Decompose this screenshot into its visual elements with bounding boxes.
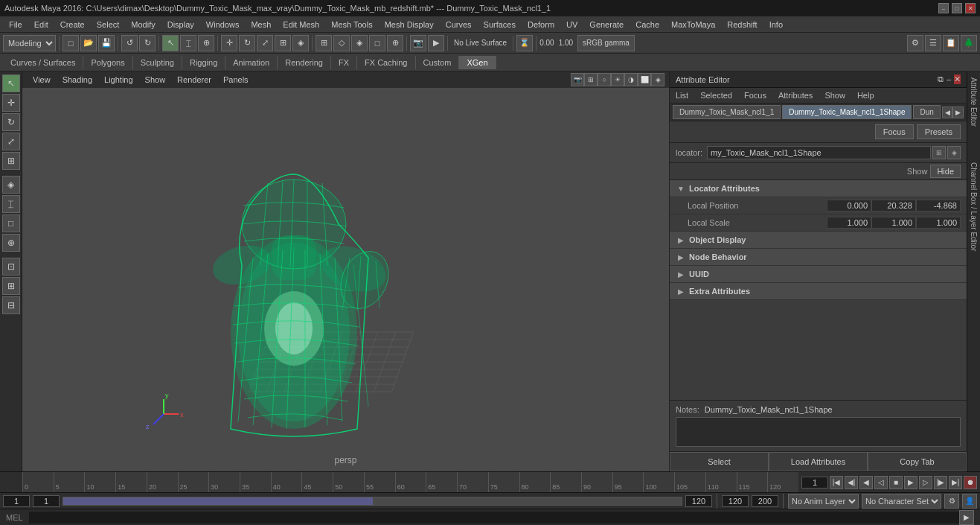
focus-button[interactable]: Focus [875,124,914,139]
attr-tab-attributes[interactable]: Attributes [775,89,816,101]
maximize-button[interactable]: □ [952,3,962,13]
paint-select-btn[interactable]: ⊕ [2,234,20,252]
local-scale-x[interactable]: 1.000 [827,217,871,229]
anim-prefs-icon[interactable]: ⚙ [944,494,959,509]
menu-edit-mesh[interactable]: Edit Mesh [277,19,325,31]
menu-cache[interactable]: Cache [630,19,665,31]
node-tab-2[interactable]: Dummy_Toxic_Mask_ncl1_1Shape [782,105,912,119]
go-start-btn[interactable]: |◀ [830,476,843,489]
auto-key-btn[interactable]: ⏺ [964,476,977,489]
menu-mesh-display[interactable]: Mesh Display [379,19,440,31]
outliner-icon[interactable]: 🌲 [961,35,977,51]
universal-tool-btn[interactable]: ⊞ [2,152,20,170]
far-right-tab-attr[interactable]: Attribute Editor [968,74,979,130]
camera-icon[interactable]: 📷 [410,35,426,51]
local-pos-z[interactable]: -4.868 [916,200,961,211]
node-tab-1[interactable]: Dummy_Toxic_Mask_ncl1_1 [673,105,781,119]
menu-create[interactable]: Create [54,19,91,31]
tab-fx-caching[interactable]: FX Caching [357,56,415,69]
vp-menu-shading[interactable]: Shading [57,74,98,86]
menu-maxmaya[interactable]: MaxToMaya [665,19,721,31]
menu-surfaces[interactable]: Surfaces [478,19,522,31]
locator-btn-2[interactable]: ◈ [947,146,961,159]
vp-expose-icon[interactable]: ◈ [651,73,664,86]
save-scene-icon[interactable]: 💾 [98,35,115,51]
local-scale-y[interactable]: 1.000 [871,217,916,229]
step-fwd-btn[interactable]: ▷ [919,476,932,489]
select-tool-icon[interactable]: ↖ [162,35,179,51]
local-pos-y[interactable]: 20.328 [871,200,916,211]
char-prefs-icon[interactable]: 👤 [962,494,977,509]
menu-mesh-tools[interactable]: Mesh Tools [325,19,378,31]
node-tab-3[interactable]: Dun [913,105,940,119]
attr-tab-show[interactable]: Show [822,89,848,101]
presets-button[interactable]: Presets [917,124,961,139]
next-key-btn[interactable]: |▶ [934,476,947,489]
load-attrs-btn[interactable]: Load Attributes [769,452,868,471]
soft-select-icon[interactable]: ◈ [292,35,309,51]
lasso-btn[interactable]: ⌶ [2,195,20,213]
construction-history-icon[interactable]: ⌛ [516,35,533,51]
node-nav-left[interactable]: ◀ [942,106,953,118]
tab-fx[interactable]: FX [331,56,357,69]
vp-texture-icon[interactable]: ⬜ [638,73,651,86]
rotate-tool-btn[interactable]: ↻ [2,113,20,131]
start-frame-input[interactable] [3,495,30,507]
vp-smooth-icon[interactable]: ○ [598,73,611,86]
copy-tab-btn[interactable]: Copy Tab [868,452,967,471]
scale-icon[interactable]: ⤢ [257,35,273,51]
isolate-btn[interactable]: ⊡ [2,258,20,276]
gamma-button[interactable]: sRGB gamma [577,35,635,51]
go-end-btn[interactable]: ▶| [949,476,962,489]
notes-content[interactable] [676,417,961,447]
attr-editor-min-btn[interactable]: – [947,74,951,84]
mel-input[interactable] [29,512,959,524]
end-time-input[interactable] [752,495,778,507]
snap-curve-icon[interactable]: ◇ [333,35,350,51]
viewport[interactable]: View Shading Lighting Show Renderer Pane… [22,71,669,471]
new-scene-icon[interactable]: □ [63,35,79,51]
snap-point-icon[interactable]: ◈ [351,35,368,51]
menu-uv[interactable]: UV [560,19,583,31]
attr-editor-close-btn[interactable]: ✕ [954,74,961,84]
vp-menu-panels[interactable]: Panels [217,74,254,86]
local-pos-x[interactable]: 0.000 [827,200,871,211]
attr-tab-focus[interactable]: Focus [741,89,769,101]
far-right-tab-channel[interactable]: Channel Box / Layer Editor [968,159,979,255]
tool-settings-icon[interactable]: ⚙ [907,35,923,51]
tab-polygons[interactable]: Polygons [83,56,132,69]
menu-select[interactable]: Select [91,19,126,31]
prev-key-btn[interactable]: ◀| [845,476,858,489]
uuid-section[interactable]: ▶ UUID [670,266,967,283]
vp-menu-renderer[interactable]: Renderer [171,74,217,86]
move-icon[interactable]: ✛ [221,35,237,51]
time-slider[interactable] [63,497,682,506]
mode-dropdown[interactable]: Modeling [3,35,56,51]
vp-light-icon[interactable]: ☀ [611,73,624,86]
lasso-icon[interactable]: ⌶ [180,35,196,51]
select-btn[interactable]: Select [670,452,769,471]
attr-tab-list[interactable]: List [673,89,691,101]
play-back-btn[interactable]: ◁ [874,476,888,489]
menu-edit[interactable]: Edit [28,19,54,31]
current-time-input[interactable] [722,495,749,507]
tab-rigging[interactable]: Rigging [182,56,225,69]
menu-curves[interactable]: Curves [440,19,478,31]
menu-display[interactable]: Display [161,19,200,31]
menu-deform[interactable]: Deform [522,19,560,31]
locator-attrs-section[interactable]: ▼ Locator Attributes [670,180,967,197]
menu-redshift[interactable]: Redshift [721,19,763,31]
vp-wireframe-icon[interactable]: ⊞ [584,73,598,86]
menu-file[interactable]: File [3,19,28,31]
paint-select-icon[interactable]: ⊕ [198,35,214,51]
render-icon[interactable]: ▶ [428,35,444,51]
attr-tab-help[interactable]: Help [854,89,877,101]
tab-sculpting[interactable]: Sculpting [133,56,182,69]
close-button[interactable]: ✕ [965,3,976,13]
menu-info[interactable]: Info [763,19,789,31]
tab-custom[interactable]: Custom [416,56,460,69]
snap-grid-icon[interactable]: ⊞ [316,35,332,51]
tab-curves-surfaces[interactable]: Curves / Surfaces [3,56,83,69]
hide-button[interactable]: Hide [930,165,961,178]
locator-btn-1[interactable]: ⊞ [932,146,946,159]
